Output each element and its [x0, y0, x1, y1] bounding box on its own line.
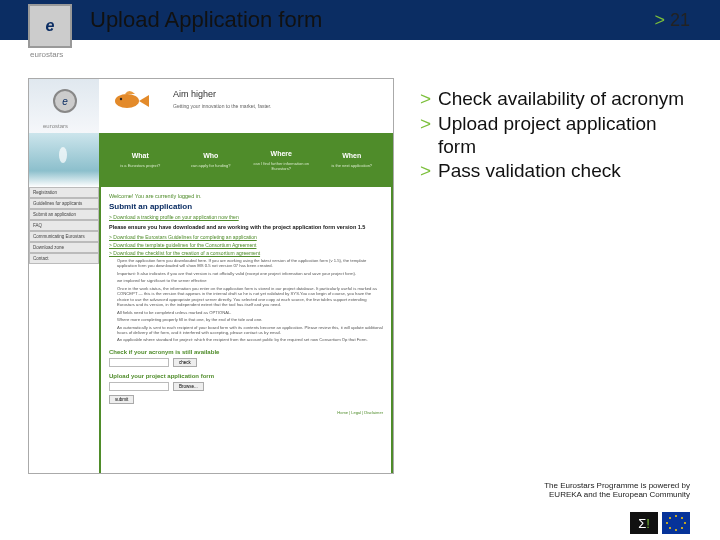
ss-side-submit[interactable]: Submit an application	[29, 209, 99, 220]
svg-marker-1	[139, 95, 149, 107]
page-number: > 21	[654, 10, 690, 31]
ss-green-nav: Whatis a Eurostars project? Whocan apply…	[29, 133, 393, 187]
credit-line-2: EUREKA and the European Community	[544, 490, 690, 500]
ss-sidebar: Registration Guidelines for applicants S…	[29, 187, 99, 473]
bullet-2: >Upload project application form	[420, 113, 696, 159]
ss-submit-button[interactable]: submit	[109, 395, 134, 404]
logo-letter: e	[46, 17, 55, 35]
page-number-value: 21	[670, 10, 690, 30]
ss-side-guidelines[interactable]: Guidelines for applicants	[29, 198, 99, 209]
bullet-1: >Check availability of acronym	[420, 88, 696, 111]
goldfish-icon	[105, 87, 153, 113]
bullet-marker: >	[420, 160, 438, 183]
title-row: Upload Application form > 21	[90, 2, 690, 38]
ss-dl-2[interactable]: > Download the template guidelines for t…	[109, 242, 383, 248]
ss-side-comm[interactable]: Communicating Eurostars	[29, 231, 99, 242]
ss-nav-where[interactable]: Wherecan I find further information on E…	[251, 150, 311, 171]
eureka-flag-icon: Σ!	[630, 512, 658, 534]
ss-welcome: Welcome! You are currently logged in.	[109, 193, 383, 199]
ss-instr-8: An applicable where standard for project…	[117, 337, 383, 342]
embedded-screenshot: Aim higher Getting your innovation to th…	[28, 78, 394, 474]
ss-nav-when[interactable]: Whenis the next application?	[322, 152, 382, 168]
ss-check-button[interactable]: check	[173, 358, 197, 367]
ss-acronym-row: check	[109, 358, 383, 367]
eurostars-logo: e	[28, 4, 72, 48]
bullet-3: >Pass validation check	[420, 160, 696, 183]
ss-browse-button[interactable]: Browse...	[173, 382, 204, 391]
ss-dl-1[interactable]: > Download the Eurostars Guidelines for …	[109, 234, 383, 240]
ss-logo	[29, 79, 99, 133]
bullet-marker: >	[420, 113, 438, 159]
svg-point-0	[115, 94, 139, 108]
ss-section-upload: Upload your project application form	[109, 373, 383, 379]
ss-aim-sub: Getting your innovation to the market, f…	[173, 103, 271, 109]
ss-side-contact[interactable]: Contact	[29, 253, 99, 264]
bullet-list: >Check availability of acronym >Upload p…	[420, 88, 696, 185]
ss-body: Registration Guidelines for applicants S…	[29, 187, 393, 473]
ss-nav: Whatis a Eurostars project? Whocan apply…	[99, 133, 393, 187]
ss-content: Welcome! You are currently logged in. Su…	[99, 187, 393, 473]
ss-submit-row: submit	[109, 395, 383, 404]
ss-file-input[interactable]	[109, 382, 169, 391]
ss-intro-bold: Please ensure you have downloaded and ar…	[109, 224, 383, 230]
ss-instr-5: All fields need to be completed unless m…	[117, 310, 383, 315]
ss-instr-6: Where more completing properly fill in t…	[117, 317, 383, 322]
ss-footer-links[interactable]: Home | Legal | Disclaimer	[109, 410, 383, 415]
ss-side-registration[interactable]: Registration	[29, 187, 99, 198]
ss-aim-title: Aim higher	[173, 89, 216, 99]
ss-section-acronym: Check if your acronym is still available	[109, 349, 383, 355]
page-title: Upload Application form	[90, 7, 322, 33]
ss-dl-3[interactable]: > Download the checklist for the creatio…	[109, 250, 383, 256]
ss-side-faq[interactable]: FAQ	[29, 220, 99, 231]
ss-instr-3: we implored for significant to the serve…	[117, 278, 383, 283]
page-marker: >	[654, 10, 665, 30]
ss-acronym-input[interactable]	[109, 358, 169, 367]
flags: Σ!	[630, 512, 690, 534]
ss-register-link[interactable]: > Download a tracking profile on your ap…	[109, 214, 383, 220]
ss-water-image	[29, 133, 99, 187]
ss-side-download[interactable]: Download zone	[29, 242, 99, 253]
ss-instr-1: Open the application form you downloaded…	[117, 258, 383, 269]
ss-top: Aim higher Getting your innovation to th…	[29, 79, 393, 133]
credit-line-1: The Eurostars Programme is powered by	[544, 481, 690, 491]
bullet-marker: >	[420, 88, 438, 111]
credit-text: The Eurostars Programme is powered by EU…	[544, 481, 690, 500]
ss-nav-who[interactable]: Whocan apply for funding?	[181, 152, 241, 168]
ss-content-title: Submit an application	[109, 202, 383, 211]
ss-nav-what[interactable]: Whatis a Eurostars project?	[110, 152, 170, 168]
eu-flag-icon	[662, 512, 690, 534]
logo-brand-label: eurostars	[30, 50, 63, 59]
ss-instr-7: An automatically is sent to each recipie…	[117, 325, 383, 336]
svg-point-2	[120, 98, 122, 100]
ss-upload-row: Browse...	[109, 382, 383, 391]
ss-instr-4: Once in the work status, the information…	[117, 286, 383, 308]
ss-fish-area: Aim higher Getting your innovation to th…	[99, 79, 393, 133]
ss-instr-2: Important: It also indicates if you are …	[117, 271, 383, 276]
